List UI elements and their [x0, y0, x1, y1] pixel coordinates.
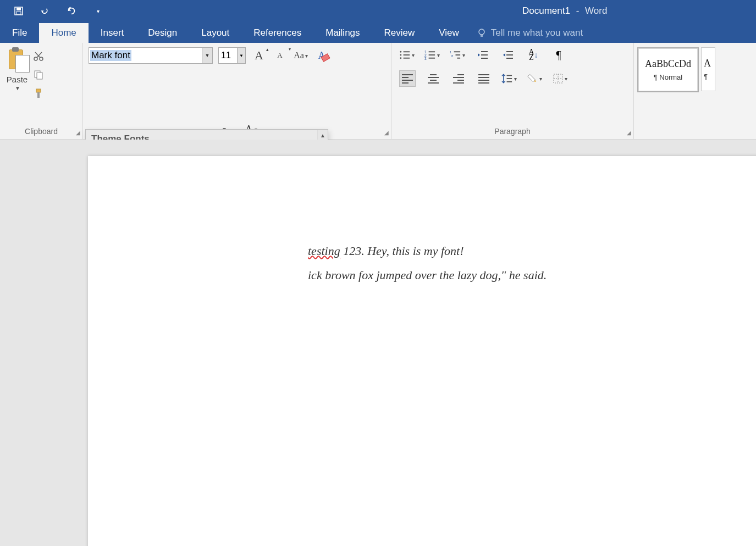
style-name-label: ¶ Normal — [654, 73, 683, 81]
multilevel-list-button[interactable]: 1a▾ — [450, 47, 465, 63]
tell-me-placeholder: Tell me what you want — [491, 27, 583, 38]
ribbon-tabs: File Home Insert Design Layout Reference… — [0, 22, 756, 43]
style-sample: AaBbCcDd — [645, 58, 691, 70]
increase-indent-button[interactable] — [500, 47, 516, 63]
line-spacing-button[interactable]: ▾ — [501, 71, 517, 86]
document-line-2: ick brown fox jumped over the lazy dog,"… — [308, 268, 756, 282]
ribbon: Paste ▼ Clipboard ◢ Mark font ▼ — [0, 43, 756, 140]
paragraph-dialog-launcher-icon[interactable]: ◢ — [627, 130, 631, 136]
document-name: Document1 — [522, 5, 570, 16]
svg-text:a: a — [451, 54, 454, 57]
align-center-button[interactable] — [426, 71, 441, 86]
numbering-button[interactable]: 123▾ — [424, 47, 440, 63]
app-name: Word — [585, 5, 607, 16]
svg-rect-13 — [37, 92, 40, 98]
tab-references[interactable]: References — [241, 23, 313, 43]
font-size-value: 11 — [221, 51, 231, 60]
bullets-button[interactable]: ▾ — [399, 47, 415, 63]
lightbulb-icon — [477, 28, 487, 38]
font-name-dropdown-icon[interactable]: ▼ — [202, 48, 212, 63]
undo-icon[interactable] — [40, 6, 50, 16]
tab-review[interactable]: Review — [372, 23, 427, 43]
document-area: testing 123. Hey, this is my font! ick b… — [0, 140, 756, 546]
tab-insert[interactable]: Insert — [89, 23, 136, 43]
paste-button[interactable]: Paste — [7, 75, 27, 84]
format-painter-icon[interactable] — [33, 88, 44, 99]
tab-design[interactable]: Design — [136, 23, 189, 43]
title-bar: ▾ Document1 - Word — [0, 0, 756, 22]
sort-button[interactable]: AZ ↓ — [526, 47, 541, 63]
window-title: Document1 - Word — [522, 5, 607, 16]
show-hide-marks-button[interactable]: ¶ — [551, 47, 566, 63]
style-normal[interactable]: AaBbCcDd ¶ Normal — [637, 47, 699, 92]
copy-icon[interactable] — [33, 69, 44, 80]
font-size-combobox[interactable]: 11 ▼ — [218, 47, 246, 64]
document-line-1: testing 123. Hey, this is my font! — [308, 244, 756, 258]
paste-icon[interactable] — [5, 47, 29, 74]
svg-rect-12 — [36, 89, 41, 92]
redo-icon[interactable] — [67, 6, 76, 16]
group-label-clipboard: Clipboard — [5, 127, 77, 137]
align-left-button[interactable] — [399, 70, 416, 87]
document-page[interactable]: testing 123. Hey, this is my font! ick b… — [88, 156, 756, 546]
customize-qat-icon[interactable]: ▾ — [93, 6, 103, 16]
decrease-indent-button[interactable] — [475, 47, 490, 63]
shrink-font-button[interactable]: A▾ — [272, 48, 288, 63]
group-label-paragraph: Paragraph — [397, 127, 628, 137]
font-name-combobox[interactable]: Mark font ▼ — [89, 47, 213, 64]
svg-text:3: 3 — [424, 57, 427, 60]
grow-font-button[interactable]: A▴ — [251, 48, 267, 63]
scroll-up-icon[interactable]: ▲ — [318, 130, 328, 141]
svg-point-14 — [400, 51, 401, 53]
group-font: Mark font ▼ 11 ▼ A▴ A▾ Aa▾ A ▼ — [83, 43, 391, 139]
group-paragraph: ▾ 123▾ 1a▾ AZ ↓ ¶ ▾ ▾ ▾ Paragr — [391, 43, 634, 139]
tab-home[interactable]: Home — [39, 23, 88, 43]
svg-point-3 — [479, 29, 484, 35]
clear-formatting-button[interactable]: A — [314, 48, 329, 63]
clipboard-dialog-launcher-icon[interactable]: ◢ — [76, 130, 80, 136]
paste-dropdown-icon[interactable]: ▼ — [15, 85, 20, 91]
tell-me-search[interactable]: Tell me what you want — [471, 23, 588, 43]
tab-mailings[interactable]: Mailings — [313, 23, 372, 43]
change-case-button[interactable]: Aa▾ — [293, 48, 308, 63]
tab-layout[interactable]: Layout — [189, 23, 241, 43]
svg-rect-11 — [37, 73, 42, 79]
save-icon[interactable] — [14, 6, 24, 16]
font-dialog-launcher-icon[interactable]: ◢ — [384, 130, 389, 136]
align-right-button[interactable] — [451, 71, 466, 86]
svg-rect-1 — [16, 8, 21, 10]
shading-button[interactable]: ▾ — [527, 71, 542, 86]
tab-file[interactable]: File — [0, 23, 39, 43]
font-size-dropdown-icon[interactable]: ▼ — [237, 48, 245, 63]
group-styles: AaBbCcDd ¶ Normal A ¶ — [634, 43, 719, 139]
quick-access-toolbar: ▾ — [0, 6, 103, 16]
svg-point-15 — [400, 54, 401, 56]
font-name-value: Mark font — [90, 50, 131, 61]
borders-button[interactable]: ▾ — [552, 71, 567, 86]
tab-view[interactable]: View — [427, 23, 471, 43]
group-clipboard: Paste ▼ Clipboard ◢ — [0, 43, 83, 139]
align-justify-button[interactable] — [476, 71, 492, 86]
svg-rect-2 — [16, 12, 21, 14]
cut-icon[interactable] — [33, 51, 44, 62]
svg-point-16 — [400, 57, 401, 59]
style-next[interactable]: A ¶ — [701, 47, 715, 91]
